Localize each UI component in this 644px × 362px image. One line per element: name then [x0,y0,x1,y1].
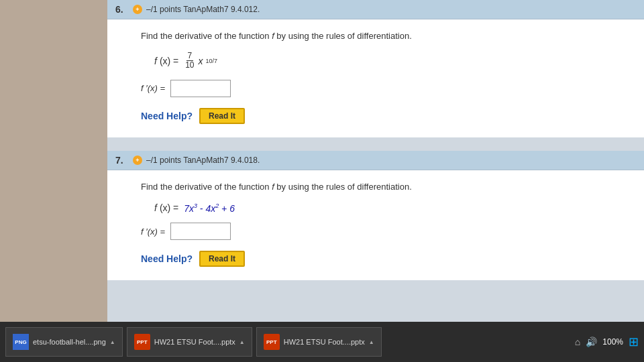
question-6-header: 6. + –/1 points TanApMath7 9.4.012. [107,0,644,19]
taskbar-pptx2-label: HW21 ETSU Foot....pptx [284,338,365,346]
question-7-number: 7. [115,155,129,166]
q7-read-it-button[interactable]: Read It [199,251,245,267]
question-7-help-row: Need Help? Read It [141,251,628,267]
question-6-answer-line: f ′(x) = [141,80,628,97]
q7-formula-paren: (x) = [160,202,181,213]
taskbar-pptx1-chevron: ▲ [239,339,245,345]
png-file-icon: PNG [13,334,29,350]
question-6-points-icon: + [133,5,142,14]
q7-need-help-label: Need Help? [141,253,193,264]
question-6-number: 6. [115,4,129,15]
tray-icon-volume: 🔊 [586,337,597,347]
pptx-file-icon-2: PPT [264,334,280,350]
question-7-formula: f (x) = 7x3 - 4x2 + 6 [154,202,628,214]
tray-icon-battery: 100% [602,337,623,347]
question-6-points: –/1 points TanApMath7 9.4.012. [146,5,260,14]
taskbar-pptx2-chevron: ▲ [369,339,374,345]
q7-answer-input[interactable] [170,223,231,240]
taskbar-item-pptx-1[interactable]: PPT HW21 ETSU Foot....pptx ▲ [127,327,252,357]
q6-formula-paren: (x) = [160,56,181,66]
q6-fraction: 7 10 [184,52,195,70]
main-content: 6. + –/1 points TanApMath7 9.4.012. Find… [107,0,644,322]
question-6-instruction: Find the derivative of the function f by… [141,30,628,42]
taskbar-png-chevron: ▲ [110,339,115,345]
question-7-instruction: Find the derivative of the function f by… [141,181,628,193]
q6-read-it-button[interactable]: Read It [199,108,245,124]
q6-denominator: 10 [184,61,195,70]
question-7-card: 7. + –/1 points TanApMath7 9.4.018. Find… [107,151,644,281]
q7-answer-label: f ′(x) = [141,227,165,237]
q6-numerator: 7 [186,52,194,61]
pptx-icon-badge-2: PPT [264,334,280,350]
q6-answer-input[interactable] [170,80,231,97]
question-6-body: Find the derivative of the function f by… [107,19,644,137]
png-icon-badge: PNG [13,334,29,350]
system-tray: ⌂ 🔊 100% ⊞ [575,335,639,349]
taskbar: PNG etsu-football-hel....png ▲ PPT HW21 … [0,322,644,362]
question-7-body: Find the derivative of the function f by… [107,170,644,281]
taskbar-item-pptx-2[interactable]: PPT HW21 ETSU Foot....pptx ▲ [256,327,382,357]
tray-icon-network: ⌂ [575,337,580,347]
question-7-answer-line: f ′(x) = [141,223,628,240]
q6-formula-label: f [154,56,157,66]
question-7-points: –/1 points TanApMath7 9.4.018. [146,156,260,165]
pptx-file-icon-1: PPT [134,334,150,350]
question-7-points-icon: + [133,156,142,165]
left-sidebar [0,0,107,322]
taskbar-pptx1-label: HW21 ETSU Foot....pptx [154,338,235,346]
q6-x: x [199,56,203,66]
question-7-header: 7. + –/1 points TanApMath7 9.4.018. [107,151,644,170]
q6-answer-label: f ′(x) = [141,83,165,93]
q6-exponent: 10/7 [206,58,218,64]
q7-formula-label: f [154,202,157,213]
question-6-card: 6. + –/1 points TanApMath7 9.4.012. Find… [107,0,644,137]
q7-polynomial: 7x3 - 4x2 + 6 [184,202,235,214]
card-separator-1 [107,137,644,151]
question-6-formula: f (x) = 7 10 x 10/7 [154,52,628,70]
tray-icon-windows[interactable]: ⊞ [629,335,639,349]
pptx-icon-badge-1: PPT [134,334,150,350]
question-6-help-row: Need Help? Read It [141,108,628,124]
taskbar-item-png[interactable]: PNG etsu-football-hel....png ▲ [5,327,123,357]
taskbar-png-label: etsu-football-hel....png [33,338,106,346]
q6-need-help-label: Need Help? [141,111,193,121]
